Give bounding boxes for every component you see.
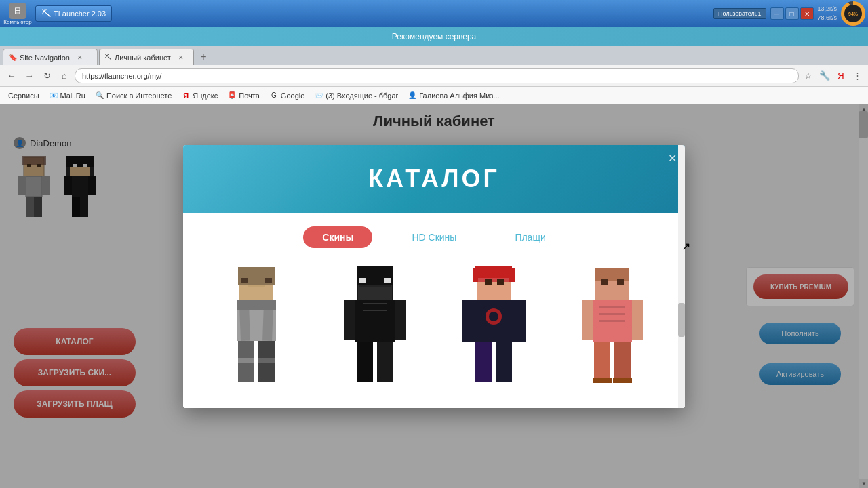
svg-rect-60 xyxy=(496,342,512,382)
svg-rect-46 xyxy=(363,310,387,311)
skin-preview-2 xyxy=(338,266,412,388)
close-button[interactable]: ✕ xyxy=(800,7,814,20)
bookmark-inbox[interactable]: 📨 (3) Входящие - ббgar xyxy=(310,89,402,102)
cpu-gauge: 94% xyxy=(841,1,865,26)
svg-rect-59 xyxy=(475,342,492,382)
bookmark-yandex[interactable]: Я Яндекс xyxy=(177,89,222,102)
toolbar-right: ☆ 🔧 Я ⋮ xyxy=(802,69,864,83)
svg-rect-32 xyxy=(238,358,254,363)
svg-point-58 xyxy=(489,312,498,321)
tab-close-2[interactable]: ✕ xyxy=(176,53,186,62)
taskbar: 🖥 Компьютер ⛏ TLauncher 2.03 Пользовател… xyxy=(0,0,868,27)
svg-rect-72 xyxy=(614,342,631,382)
svg-rect-39 xyxy=(359,285,391,287)
skin-item-1[interactable] xyxy=(209,266,304,394)
svg-rect-29 xyxy=(237,300,276,310)
yandex-icon[interactable]: Я xyxy=(834,69,848,83)
browser-window: 🔖 Site Navigation ✕ ⛏ Личный кабинет ✕ +… xyxy=(0,46,868,488)
refresh-button[interactable]: ↻ xyxy=(39,68,54,83)
user-button[interactable]: Пользователь1 xyxy=(713,8,766,19)
modal-scroll-thumb[interactable] xyxy=(678,303,685,337)
skin-preview-3 xyxy=(456,266,531,388)
home-button[interactable]: ⌂ xyxy=(57,68,72,83)
inbox-icon: 📨 xyxy=(314,91,323,100)
svg-rect-44 xyxy=(377,342,393,382)
svg-rect-55 xyxy=(462,300,474,342)
browser-toolbar: ← → ↻ ⌂ ☆ 🔧 Я ⋮ xyxy=(0,65,868,87)
svg-rect-49 xyxy=(475,266,512,278)
svg-rect-69 xyxy=(599,313,625,315)
star-icon[interactable]: ☆ xyxy=(802,69,815,83)
svg-rect-38 xyxy=(384,278,391,283)
menu-icon[interactable]: ⋮ xyxy=(850,69,864,83)
svg-rect-70 xyxy=(599,320,625,322)
search-bookmark-icon: 🔍 xyxy=(95,91,104,100)
contact-icon: 👤 xyxy=(408,91,417,100)
skin-item-2[interactable] xyxy=(328,266,422,394)
cpu-percent: 94% xyxy=(844,5,862,22)
tlauncher-page: Личный кабинет 👤 DiaDemon xyxy=(0,104,868,488)
bookmark-services[interactable]: Сервисы xyxy=(4,90,43,101)
tab-close-1[interactable]: ✕ xyxy=(75,53,85,62)
svg-rect-68 xyxy=(599,306,625,308)
back-button[interactable]: ← xyxy=(4,68,19,83)
svg-rect-51 xyxy=(509,268,515,282)
taskbar-left: 🖥 Компьютер ⛏ TLauncher 2.03 xyxy=(3,3,112,25)
svg-rect-41 xyxy=(344,300,355,340)
skin-preview-4 xyxy=(575,266,650,388)
svg-rect-43 xyxy=(357,342,373,382)
computer-icon: 🖥 xyxy=(9,3,26,19)
bookmark-search[interactable]: 🔍 Поиск в Интернете xyxy=(91,89,176,102)
skin-preview-1 xyxy=(219,266,294,388)
bookmark-google[interactable]: G Google xyxy=(265,89,309,102)
svg-rect-53 xyxy=(497,279,504,285)
tab-hd-skins[interactable]: HD Скины xyxy=(393,226,475,248)
svg-rect-56 xyxy=(513,300,526,342)
svg-rect-52 xyxy=(485,279,492,285)
tab-cloaks[interactable]: Плащи xyxy=(496,226,564,248)
bookmark-galieva[interactable]: 👤 Галиева Альфия Миз... xyxy=(403,89,503,102)
svg-rect-74 xyxy=(613,378,632,383)
svg-rect-40 xyxy=(355,300,395,342)
address-bar[interactable] xyxy=(75,68,799,83)
svg-rect-24 xyxy=(265,278,272,283)
svg-rect-25 xyxy=(248,285,265,287)
skin-item-4[interactable] xyxy=(565,266,660,394)
tab-personal-cabinet[interactable]: ⛏ Личный кабинет ✕ xyxy=(99,49,194,65)
tab-skins[interactable]: Скины xyxy=(303,226,372,248)
mailru-icon: 📧 xyxy=(49,91,58,100)
tlauncher-taskbar-btn[interactable]: ⛏ TLauncher 2.03 xyxy=(35,5,112,22)
bookmark-mailru[interactable]: 📧 Mail.Ru xyxy=(45,89,90,102)
catalog-title: КАТАЛОГ xyxy=(368,165,500,193)
tab-site-navigation[interactable]: 🔖 Site Navigation ✕ xyxy=(3,49,98,65)
forward-button[interactable]: → xyxy=(22,68,37,83)
win-controls: ─ □ ✕ xyxy=(770,7,814,20)
maximize-button[interactable]: □ xyxy=(785,7,799,20)
network-info: 13,2к/s 78,6к/s xyxy=(818,5,837,22)
page-content: Личный кабинет 👤 DiaDemon xyxy=(0,104,868,488)
svg-rect-37 xyxy=(359,278,366,283)
catalog-overlay[interactable]: КАТАЛОГ ✕ Скины HD Скины Плащи xyxy=(0,104,868,488)
svg-rect-23 xyxy=(241,278,248,283)
svg-rect-50 xyxy=(473,268,478,282)
modal-scrollbar[interactable] xyxy=(678,145,685,408)
new-tab-button[interactable]: + xyxy=(195,49,212,65)
extensions-icon[interactable]: 🔧 xyxy=(818,69,831,83)
svg-rect-64 xyxy=(617,279,624,285)
catalog-skins-grid xyxy=(183,259,685,408)
mail-icon: 📮 xyxy=(227,91,237,100)
svg-rect-63 xyxy=(601,279,608,285)
svg-rect-66 xyxy=(582,300,593,340)
modal-close-button[interactable]: ✕ xyxy=(665,150,679,165)
svg-rect-62 xyxy=(595,268,629,281)
taskbar-right: Пользователь1 ─ □ ✕ 13,2к/s 78,6к/s 94% xyxy=(713,1,865,26)
svg-rect-67 xyxy=(632,300,643,340)
minimize-button[interactable]: ─ xyxy=(770,7,784,20)
desktop-icon[interactable]: 🖥 Компьютер xyxy=(3,3,33,25)
catalog-header: КАТАЛОГ ✕ xyxy=(183,145,685,213)
svg-rect-42 xyxy=(395,300,406,340)
catalog-modal: КАТАЛОГ ✕ Скины HD Скины Плащи xyxy=(183,145,685,408)
browser-tabs: 🔖 Site Navigation ✕ ⛏ Личный кабинет ✕ + xyxy=(0,46,868,65)
bookmark-mail[interactable]: 📮 Почта xyxy=(223,89,264,102)
skin-item-3[interactable] xyxy=(446,266,541,394)
